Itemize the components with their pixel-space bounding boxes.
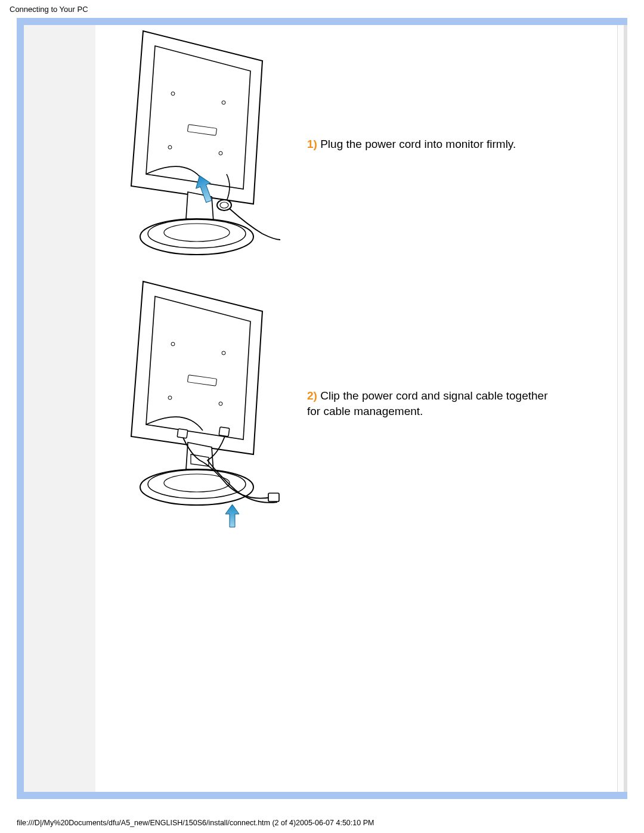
svg-point-1 bbox=[222, 101, 225, 104]
svg-point-13 bbox=[219, 402, 222, 405]
svg-rect-19 bbox=[219, 427, 230, 436]
svg-point-9 bbox=[220, 202, 228, 208]
svg-point-7 bbox=[164, 224, 230, 241]
svg-rect-18 bbox=[177, 429, 188, 438]
step-2-text: 2) Clip the power cord and signal cable … bbox=[307, 388, 558, 419]
svg-point-2 bbox=[168, 145, 172, 149]
content-frame: 1) Plug the power cord into monitor firm… bbox=[17, 18, 627, 799]
monitor-back-cable-icon bbox=[107, 275, 286, 532]
page-title: Connecting to Your PC bbox=[0, 0, 644, 16]
step-2-row: 2) Clip the power cord and signal cable … bbox=[104, 275, 615, 532]
step-2-number: 2) bbox=[307, 389, 317, 402]
right-edge-bar bbox=[624, 25, 627, 792]
sidebar-gray bbox=[24, 25, 95, 792]
page-footer: file:///D|/My%20Documents/dfu/A5_new/ENG… bbox=[17, 819, 374, 827]
svg-point-11 bbox=[222, 351, 225, 355]
step-1-desc: Plug the power cord into monitor firmly. bbox=[317, 138, 516, 150]
step-2-illustration bbox=[104, 275, 289, 532]
step-1-number: 1) bbox=[307, 138, 317, 150]
svg-point-10 bbox=[171, 342, 175, 346]
arrow-up-icon bbox=[225, 504, 239, 527]
step-1-illustration bbox=[104, 25, 289, 264]
step-2-desc: Clip the power cord and signal cable tog… bbox=[307, 389, 547, 417]
step-1-text: 1) Plug the power cord into monitor firm… bbox=[307, 137, 516, 152]
right-edge-inset bbox=[617, 25, 624, 792]
svg-rect-20 bbox=[268, 493, 279, 501]
monitor-back-icon bbox=[107, 25, 286, 264]
svg-point-3 bbox=[219, 151, 222, 155]
svg-point-0 bbox=[171, 92, 175, 95]
main-content: 1) Plug the power cord into monitor firm… bbox=[104, 25, 615, 792]
step-1-row: 1) Plug the power cord into monitor firm… bbox=[104, 25, 615, 264]
svg-point-12 bbox=[168, 396, 172, 400]
